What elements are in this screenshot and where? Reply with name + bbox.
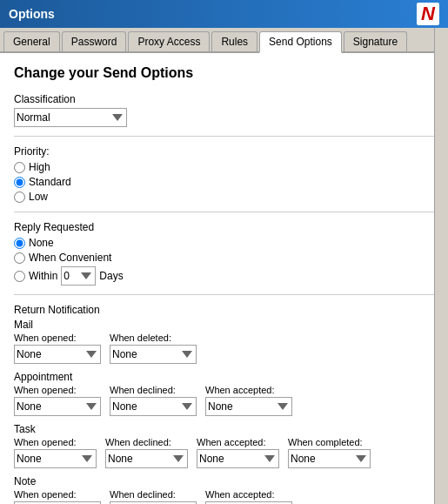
appt-when-opened-group: When opened: NoneConfirmDecline (14, 385, 101, 416)
reply-within-row: Within 0123 Days (14, 266, 434, 286)
task-when-opened-select[interactable]: NoneConfirmDecline (14, 449, 97, 468)
app-logo: N (417, 3, 439, 25)
appt-when-declined-select[interactable]: NoneConfirmDecline (110, 397, 197, 416)
task-label: Task (14, 423, 434, 435)
priority-low-label: Low (29, 191, 48, 203)
reply-convenient-radio[interactable] (14, 252, 25, 264)
task-when-declined-select[interactable]: NoneConfirmDecline (105, 449, 188, 468)
reply-requested-radio-group: None When Convenient Within 0123 Days (14, 237, 434, 286)
divider-3 (14, 294, 434, 295)
mail-when-deleted-label: When deleted: (110, 333, 197, 343)
title-bar: Options N (0, 0, 448, 28)
priority-high-radio[interactable] (14, 162, 25, 173)
reply-none-label: None (29, 237, 54, 249)
priority-standard-label: Standard (29, 176, 71, 188)
divider-1 (14, 136, 434, 137)
return-notification-label: Return Notification (14, 304, 434, 316)
window-title: Options (9, 7, 55, 21)
mail-when-deleted-select[interactable]: NoneConfirmDecline (110, 345, 197, 364)
task-when-declined-label: When declined: (105, 437, 188, 447)
classification-select[interactable]: Normal Confidential Secret (14, 108, 127, 127)
tab-general[interactable]: General (3, 31, 60, 51)
task-dropdowns-row: When opened: NoneConfirmDecline When dec… (14, 437, 434, 468)
tab-password[interactable]: Password (62, 31, 127, 51)
reply-none-row[interactable]: None (14, 237, 434, 249)
reply-requested-label: Reply Requested (14, 221, 434, 233)
appointment-dropdowns-row: When opened: NoneConfirmDecline When dec… (14, 385, 434, 416)
return-notification-section: Return Notification Mail When opened: No… (14, 304, 434, 504)
tab-proxy-access[interactable]: Proxy Access (128, 31, 210, 51)
mail-label: Mail (14, 319, 434, 331)
priority-low-row[interactable]: Low (14, 191, 434, 203)
appt-when-declined-label: When declined: (110, 385, 197, 395)
priority-high-row[interactable]: High (14, 161, 434, 173)
task-when-declined-group: When declined: NoneConfirmDecline (105, 437, 188, 468)
note-when-accepted-group: When accepted: NoneConfirmDecline (205, 489, 292, 504)
appointment-subsection: Appointment When opened: NoneConfirmDecl… (14, 371, 434, 416)
appt-when-declined-group: When declined: NoneConfirmDecline (110, 385, 197, 416)
mail-when-opened-group: When opened: NoneConfirmDecline (14, 333, 101, 364)
task-when-completed-group: When completed: NoneConfirmDecline (288, 437, 371, 468)
note-label: Note (14, 475, 434, 487)
reply-within-radio[interactable] (14, 271, 25, 282)
tab-send-options[interactable]: Send Options (259, 31, 342, 53)
note-subsection: Note When opened: NoneConfirmDecline Whe… (14, 475, 434, 504)
note-when-accepted-label: When accepted: (205, 489, 292, 500)
reply-convenient-label: When Convenient (29, 252, 111, 264)
reply-convenient-row[interactable]: When Convenient (14, 252, 434, 264)
reply-requested-section: Reply Requested None When Convenient Wit… (14, 221, 434, 286)
task-when-completed-select[interactable]: NoneConfirmDecline (288, 449, 371, 468)
classification-section: Classification Normal Confidential Secre… (14, 93, 434, 127)
task-when-opened-label: When opened: (14, 437, 97, 447)
appointment-label: Appointment (14, 371, 434, 383)
reply-within-text: Within (29, 270, 57, 282)
note-when-opened-label: When opened: (14, 489, 101, 500)
appt-when-opened-select[interactable]: NoneConfirmDecline (14, 397, 101, 416)
priority-section: Priority: High Standard Low (14, 145, 434, 203)
content-area: Change your Send Options Classification … (0, 53, 448, 504)
reply-none-radio[interactable] (14, 238, 25, 249)
priority-label: Priority: (14, 145, 434, 158)
tab-rules[interactable]: Rules (211, 31, 257, 51)
priority-low-radio[interactable] (14, 192, 25, 203)
classification-label: Classification (14, 93, 434, 105)
mail-when-deleted-group: When deleted: NoneConfirmDecline (110, 333, 197, 364)
priority-standard-radio[interactable] (14, 177, 25, 188)
note-when-declined-label: When declined: (110, 489, 197, 500)
task-when-accepted-group: When accepted: NoneConfirmDecline (197, 437, 279, 468)
priority-radio-group: High Standard Low (14, 161, 434, 203)
task-when-opened-group: When opened: NoneConfirmDecline (14, 437, 97, 468)
reply-within-days-select[interactable]: 0123 (61, 266, 96, 286)
appt-when-accepted-group: When accepted: NoneConfirmDecline (205, 385, 292, 416)
task-when-accepted-select[interactable]: NoneConfirmDecline (197, 449, 279, 468)
appt-when-accepted-label: When accepted: (205, 385, 292, 395)
page-title: Change your Send Options (14, 65, 434, 81)
mail-when-opened-label: When opened: (14, 333, 101, 343)
task-when-completed-label: When completed: (288, 437, 371, 447)
priority-standard-row[interactable]: Standard (14, 176, 434, 188)
mail-dropdowns-row: When opened: NoneConfirmDecline When del… (14, 333, 434, 364)
mail-when-opened-select[interactable]: NoneConfirmDecline (14, 345, 101, 364)
divider-2 (14, 212, 434, 212)
task-when-accepted-label: When accepted: (197, 437, 279, 447)
mail-subsection: Mail When opened: NoneConfirmDecline Whe… (14, 319, 434, 364)
scrollbar[interactable] (434, 28, 448, 504)
tab-bar: General Password Proxy Access Rules Send… (0, 28, 448, 53)
tab-signature[interactable]: Signature (344, 31, 407, 51)
appt-when-accepted-select[interactable]: NoneConfirmDecline (205, 397, 292, 416)
note-dropdowns-row: When opened: NoneConfirmDecline When dec… (14, 489, 434, 504)
note-when-opened-group: When opened: NoneConfirmDecline (14, 489, 101, 504)
reply-days-label: Days (99, 270, 123, 282)
task-subsection: Task When opened: NoneConfirmDecline Whe… (14, 423, 434, 468)
appt-when-opened-label: When opened: (14, 385, 101, 395)
note-when-declined-group: When declined: NoneConfirmDecline (110, 489, 197, 504)
priority-high-label: High (29, 161, 50, 173)
